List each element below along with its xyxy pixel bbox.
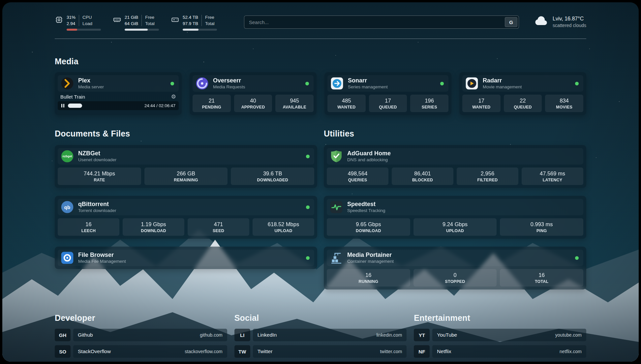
cpu-percent-value: 31% (67, 15, 76, 20)
pause-icon[interactable] (61, 104, 65, 108)
stat-download: 9.65 Gbps DOWNLOAD (327, 218, 410, 236)
nzbget-card[interactable]: nzbget NZBGet Usenet downloader 744.21 M… (55, 145, 317, 188)
qbittorrent-icon: qb (60, 200, 74, 214)
entertainment-section-title: Entertainment (414, 313, 586, 323)
app-subtitle: Movie management (483, 84, 522, 89)
entertainment-bookmarks: Entertainment YT YouTube youtube.com NF … (414, 313, 586, 362)
disk-total-label: Total (205, 21, 215, 26)
stat-downloaded: 39.6 TB DOWNLOADED (231, 167, 314, 185)
disk-total-value: 97.9 TB (183, 21, 198, 26)
qbittorrent-card[interactable]: qb qBittorrent Torrent downloader 16 LEE… (55, 196, 317, 239)
social-section-title: Social (234, 313, 407, 323)
adguard-icon (329, 149, 343, 163)
svg-text:nzbget: nzbget (63, 155, 72, 158)
app-name: Sonarr (348, 77, 388, 84)
stat-download: 1.19 Gbps DOWNLOAD (123, 218, 184, 236)
radarr-card[interactable]: Radarr Movie management 17 WANTED 22 QUE… (459, 72, 586, 115)
memory-usage-widget: 21 GiB 64 GiB Free Total (113, 15, 159, 31)
adguard-card[interactable]: AdGuard Home DNS and adblocking 498,564 … (324, 145, 586, 188)
gear-icon[interactable]: ⚙ (171, 94, 176, 100)
status-dot (440, 82, 444, 85)
bookmark-name: Github (78, 332, 93, 338)
bookmark-twitter[interactable]: TW Twitter twitter.com (234, 345, 407, 358)
radarr-icon (465, 76, 479, 90)
nzbget-icon: nzbget (60, 149, 74, 163)
stat-running: 16 RUNNING (327, 269, 410, 287)
status-dot (306, 155, 310, 158)
cpu-label: CPU (82, 15, 92, 20)
search-bar[interactable]: G (244, 15, 519, 29)
load-label: Load (82, 21, 92, 26)
media-section: Media Plex Media server (55, 57, 586, 115)
memory-free-value: 21 GiB (125, 15, 138, 20)
disk-usage-widget: 52.4 TB 97.9 TB Free Total (171, 15, 217, 31)
bookmark-abbr: TW (234, 345, 250, 358)
bookmark-youtube[interactable]: YT YouTube youtube.com (414, 329, 586, 341)
filebrowser-card[interactable]: File Browser Media File Management (55, 247, 317, 269)
bookmark-github[interactable]: GH Github github.com (55, 329, 227, 341)
playback-progress-track[interactable] (68, 104, 141, 108)
plex-player-bar[interactable]: 24:44 / 02:06:47 (58, 101, 179, 110)
stat-latency: 47.569 ms LATENCY (522, 167, 583, 185)
disk-free-value: 52.4 TB (183, 15, 198, 20)
speedtest-card[interactable]: Speedtest Speedtest Tracking 9.65 Gbps D… (324, 196, 586, 239)
media-section-title: Media (55, 57, 586, 66)
stat-seed: 471 SEED (188, 218, 249, 236)
header-divider (55, 39, 586, 39)
app-subtitle: Media Requests (213, 84, 245, 89)
memory-total-value: 64 GiB (125, 21, 138, 26)
memory-free-label: Free (145, 15, 155, 20)
bookmark-abbr: LI (234, 329, 250, 341)
app-subtitle: Media server (78, 84, 104, 89)
bookmark-abbr: GH (55, 329, 71, 341)
playback-time: 24:44 / 02:06:47 (144, 103, 175, 108)
developer-section-title: Developer (55, 313, 227, 323)
cpu-load-value: 2.94 (67, 21, 76, 26)
cpu-progress-bar (67, 29, 101, 31)
stat-remaining: 266 GB REMAINING (144, 167, 228, 185)
app-name: AdGuard Home (347, 150, 391, 157)
disk-progress-fill (183, 29, 198, 31)
bookmark-url: stackoverflow.com (185, 349, 222, 354)
app-subtitle: DNS and adblocking (347, 157, 391, 162)
app-subtitle: Torrent downloader (78, 208, 116, 213)
stat-approved: 40 APPROVED (234, 95, 272, 112)
app-subtitle: Speedtest Tracking (347, 208, 385, 213)
stat-filtered: 2,956 FILTERED (457, 167, 518, 185)
weather-location: Lviv, 16.87°C (553, 16, 586, 22)
app-name: qBittorrent (78, 201, 116, 208)
bookmark-abbr: NF (414, 345, 430, 358)
stat-blocked: 86,401 BLOCKED (392, 167, 453, 185)
utilities-section-title: Utilities (324, 129, 586, 138)
svg-text:qb: qb (64, 204, 70, 210)
utilities-column: Utilities AdGuard Home (324, 129, 586, 289)
stat-upload: 9.24 Gbps UPLOAD (413, 218, 497, 236)
bookmark-url: youtube.com (555, 332, 582, 338)
search-engine-button[interactable]: G (505, 17, 517, 27)
stat-total: 16 TOTAL (500, 269, 583, 287)
playback-progress-fill (68, 104, 82, 108)
cpu-usage-widget: 31% 2.94 CPU Load (55, 15, 101, 31)
disk-progress-bar (183, 29, 217, 31)
overseerr-card[interactable]: Overseerr Media Requests 21 PENDING 40 A… (190, 72, 317, 115)
stat-leech: 16 LEECH (58, 218, 119, 236)
bookmark-stackoverflow[interactable]: SO StackOverflow stackoverflow.com (55, 345, 227, 358)
developer-bookmarks: Developer GH Github github.com SO StackO… (55, 313, 227, 362)
stat-wanted: 485 WANTED (327, 95, 366, 112)
plex-card[interactable]: Plex Media server Bullet Train ⚙ (55, 72, 182, 115)
memory-icon (113, 15, 121, 25)
search-input[interactable] (249, 19, 505, 25)
cloud-icon (534, 15, 549, 28)
cpu-progress-fill (67, 29, 77, 31)
disk-icon (171, 15, 179, 25)
app-name: Speedtest (347, 201, 385, 208)
app-subtitle: Usenet downloader (78, 157, 116, 162)
bookmark-name: LinkedIn (258, 332, 277, 338)
bookmark-netflix[interactable]: NF Netflix netflix.com (414, 345, 586, 358)
portainer-card[interactable]: Media Portainer Container management 16 … (324, 247, 586, 289)
bookmark-linkedin[interactable]: LI LinkedIn linkedin.com (234, 329, 407, 341)
disk-free-label: Free (205, 15, 215, 20)
app-name: File Browser (78, 252, 126, 258)
documents-section-title: Documents & Files (55, 129, 317, 138)
sonarr-card[interactable]: Sonarr Series management 485 WANTED 17 Q… (324, 72, 451, 115)
